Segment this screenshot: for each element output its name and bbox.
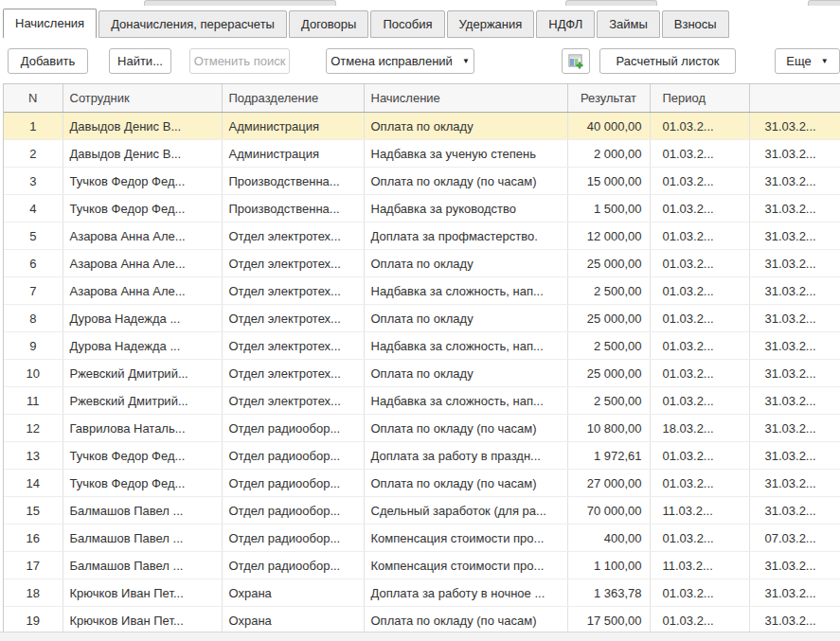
table-row[interactable]: 15Балмашов Павел ...Отдел радиообор...Сд…: [4, 497, 840, 525]
result-cell[interactable]: 15 000,00: [567, 168, 650, 195]
result-cell[interactable]: 25 000,00: [567, 305, 650, 332]
accrual-cell[interactable]: Надбавка за сложность, нап...: [364, 387, 567, 415]
table-row[interactable]: 17Балмашов Павел ...Отдел радиообор...Ко…: [4, 552, 840, 579]
period-from-cell[interactable]: 01.03.2...: [650, 277, 749, 305]
department-cell[interactable]: Отдел электротех...: [222, 305, 364, 332]
department-cell[interactable]: Отдел электротех...: [222, 277, 364, 305]
period-from-cell[interactable]: 01.03.2...: [650, 113, 749, 140]
result-cell[interactable]: 2 000,00: [567, 140, 650, 168]
period-from-cell[interactable]: 01.03.2...: [650, 579, 749, 607]
tab-5[interactable]: НДФЛ: [536, 10, 595, 38]
period-from-cell[interactable]: 01.03.2...: [650, 442, 749, 470]
table-row[interactable]: 14Тучков Федор Фед...Отдел радиообор...О…: [4, 470, 840, 497]
table-row[interactable]: 7Азарова Анна Але...Отдел электротех...Н…: [4, 277, 840, 305]
accrual-cell[interactable]: Оплата по окладу (по часам): [364, 168, 567, 195]
table-row[interactable]: 9Дурова Надежда ...Отдел электротех...На…: [4, 332, 840, 360]
period-to-cell[interactable]: 31.03.2...: [749, 113, 840, 140]
row-number-cell[interactable]: 6: [4, 250, 63, 277]
result-cell[interactable]: 1 363,78: [567, 579, 650, 607]
accrual-cell[interactable]: Надбавка за сложность, нап...: [364, 332, 567, 360]
employee-cell[interactable]: Азарова Анна Але...: [63, 250, 222, 277]
period-to-cell[interactable]: 31.03.2...: [749, 277, 840, 305]
department-cell[interactable]: Производственна...: [222, 168, 364, 195]
accrual-cell[interactable]: Сдельный заработок (для ра...: [364, 497, 567, 525]
period-from-cell[interactable]: 18.03.2...: [650, 415, 749, 442]
column-header-6[interactable]: [749, 84, 840, 113]
department-cell[interactable]: Отдел электротех...: [222, 250, 364, 277]
row-number-cell[interactable]: 11: [4, 387, 63, 415]
accrual-cell[interactable]: Оплата по окладу (по часам): [364, 470, 567, 497]
table-row[interactable]: 19Крючков Иван Пет...ОхранаОплата по окл…: [4, 607, 840, 634]
column-header-0[interactable]: N: [4, 84, 63, 113]
result-cell[interactable]: 400,00: [567, 525, 650, 552]
accrual-cell[interactable]: Доплата за работу в праздн...: [364, 442, 567, 470]
result-cell[interactable]: 25 000,00: [567, 250, 650, 277]
result-cell[interactable]: 70 000,00: [567, 497, 650, 525]
department-cell[interactable]: Отдел радиообор...: [222, 442, 364, 470]
result-cell[interactable]: 2 500,00: [567, 277, 650, 305]
cancel-fixes-dropdown-button[interactable]: Отмена исправлений ▼: [326, 48, 474, 74]
period-from-cell[interactable]: 01.03.2...: [650, 332, 749, 360]
row-number-cell[interactable]: 2: [4, 140, 63, 168]
period-from-cell[interactable]: 01.03.2...: [650, 140, 749, 168]
department-cell[interactable]: Отдел радиообор...: [222, 470, 364, 497]
row-number-cell[interactable]: 5: [4, 223, 63, 250]
employee-cell[interactable]: Ржевский Дмитрий...: [63, 387, 222, 415]
department-cell[interactable]: Производственна...: [222, 195, 364, 223]
period-from-cell[interactable]: 01.03.2...: [650, 607, 749, 634]
accrual-cell[interactable]: Надбавка за ученую степень: [364, 140, 567, 168]
department-cell[interactable]: Охрана: [222, 579, 364, 607]
tab-3[interactable]: Пособия: [370, 10, 444, 38]
period-to-cell[interactable]: 31.03.2...: [749, 195, 840, 223]
row-number-cell[interactable]: 3: [4, 168, 63, 195]
row-number-cell[interactable]: 19: [4, 607, 63, 634]
table-row[interactable]: 16Балмашов Павел ...Отдел радиообор...Ко…: [4, 525, 840, 552]
employee-cell[interactable]: Тучков Федор Фед...: [63, 470, 222, 497]
employee-cell[interactable]: Крючков Иван Пет...: [63, 607, 222, 634]
employee-cell[interactable]: Давыдов Денис В...: [63, 140, 222, 168]
accrual-cell[interactable]: Оплата по окладу: [364, 113, 567, 140]
add-column-button[interactable]: [562, 48, 590, 74]
department-cell[interactable]: Отдел радиообор...: [222, 415, 364, 442]
table-row[interactable]: 13Тучков Федор Фед...Отдел радиообор...Д…: [4, 442, 840, 470]
row-number-cell[interactable]: 4: [4, 195, 63, 223]
table-row[interactable]: 5Азарова Анна Але...Отдел электротех...Д…: [4, 223, 840, 250]
department-cell[interactable]: Отдел радиообор...: [222, 525, 364, 552]
period-to-cell[interactable]: 31.03.2...: [749, 552, 840, 579]
department-cell[interactable]: Отдел радиообор...: [222, 552, 364, 579]
row-number-cell[interactable]: 9: [4, 332, 63, 360]
period-from-cell[interactable]: 01.03.2...: [650, 305, 749, 332]
period-to-cell[interactable]: 07.03.2...: [749, 525, 840, 552]
row-number-cell[interactable]: 16: [4, 525, 63, 552]
column-header-3[interactable]: Начисление: [364, 84, 567, 113]
table-row[interactable]: 18Крючков Иван Пет...ОхранаДоплата за ра…: [4, 579, 840, 607]
accrual-cell[interactable]: Надбавка за руководство: [364, 195, 567, 223]
department-cell[interactable]: Охрана: [222, 607, 364, 634]
more-button[interactable]: Еще ▼: [775, 48, 840, 74]
result-cell[interactable]: 10 800,00: [567, 415, 650, 442]
table-row[interactable]: 1Давыдов Денис В...АдминистрацияОплата п…: [4, 113, 840, 140]
table-row[interactable]: 6Азарова Анна Але...Отдел электротех...О…: [4, 250, 840, 277]
period-to-cell[interactable]: 31.03.2...: [749, 250, 840, 277]
table-row[interactable]: 3Тучков Федор Фед...Производственна...Оп…: [4, 168, 840, 195]
period-to-cell[interactable]: 31.03.2...: [749, 415, 840, 442]
add-button[interactable]: Добавить: [8, 48, 88, 74]
period-to-cell[interactable]: 31.03.2...: [749, 305, 840, 332]
employee-cell[interactable]: Тучков Федор Фед...: [63, 442, 222, 470]
employee-cell[interactable]: Азарова Анна Але...: [63, 223, 222, 250]
table-row[interactable]: 8Дурова Надежда ...Отдел электротех...Оп…: [4, 305, 840, 332]
department-cell[interactable]: Отдел электротех...: [222, 223, 364, 250]
payslip-button[interactable]: Расчетный листок: [599, 48, 736, 74]
accrual-cell[interactable]: Оплата по окладу (по часам): [364, 607, 567, 634]
period-from-cell[interactable]: 01.03.2...: [650, 470, 749, 497]
period-from-cell[interactable]: 11.03.2...: [650, 497, 749, 525]
period-to-cell[interactable]: 31.03.2...: [749, 387, 840, 415]
period-from-cell[interactable]: 01.03.2...: [650, 195, 749, 223]
result-cell[interactable]: 1 972,61: [567, 442, 650, 470]
department-cell[interactable]: Администрация: [222, 140, 364, 168]
find-button[interactable]: Найти...: [109, 48, 171, 74]
result-cell[interactable]: 1 500,00: [567, 195, 650, 223]
employee-cell[interactable]: Дурова Надежда ...: [63, 305, 222, 332]
department-cell[interactable]: Отдел электротех...: [222, 387, 364, 415]
employee-cell[interactable]: Давыдов Денис В...: [63, 113, 222, 140]
